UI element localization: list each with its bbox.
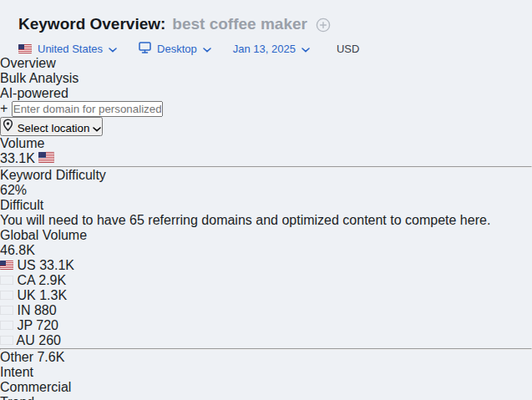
header: Keyword Overview: best coffee maker Unit… [0, 0, 532, 56]
us-flag-icon [18, 44, 32, 53]
select-location-button[interactable]: Select location [0, 117, 103, 136]
country-volume-row: IN 880 [0, 303, 532, 318]
kd-note: You will need to have 65 referring domai… [0, 213, 532, 228]
ca-flag-icon [0, 276, 13, 285]
country-volume-row: UK 1.3K [0, 288, 532, 303]
global-volume-label: Global Volume [0, 228, 532, 243]
country-volume-row: JP 720 [0, 318, 532, 333]
keyword-overview-page: Keyword Overview: best coffee maker Unit… [0, 0, 532, 400]
date-filter-label: Jan 13, 2025 [233, 43, 296, 55]
country-code-link[interactable]: JP [17, 318, 32, 332]
location-pin-icon [2, 122, 14, 134]
us-flag-icon [0, 261, 13, 270]
country-volume-value[interactable]: 720 [36, 318, 58, 332]
date-filter-dropdown[interactable]: Jan 13, 2025 [233, 43, 310, 55]
country-code-link[interactable]: CA [17, 273, 34, 287]
device-filter-label: Desktop [157, 43, 197, 55]
keyword-text: best coffee maker [172, 15, 307, 33]
other-label: Other [0, 350, 33, 364]
global-volume-card: Global Volume 46.8K US 33.1K CA 2.9K [0, 228, 532, 365]
kd-score: 62% Difficult [0, 183, 532, 213]
volume-value: 33.1K [0, 151, 35, 165]
country-code-link[interactable]: AU [17, 333, 35, 347]
chevron-down-icon [93, 122, 101, 134]
country-volume-row: CA 2.9K [0, 273, 532, 288]
uk-flag-icon [0, 291, 13, 300]
sparkle-plus-icon: + [0, 101, 8, 115]
location-filter-label: United States [38, 43, 103, 55]
other-volume-row: Other 7.6K [0, 350, 532, 365]
country-volume-list: US 33.1K CA 2.9K UK 1.3K [0, 258, 532, 365]
country-volume-value[interactable]: 880 [34, 303, 57, 317]
filter-row: United States Desktop Jan 13, 2025 USD [18, 42, 515, 56]
chevron-down-icon [203, 43, 211, 55]
country-volume-value: 33.1K [39, 258, 74, 272]
location-filter-dropdown[interactable]: United States [18, 43, 117, 55]
page-title: Keyword Overview: best coffee maker [18, 15, 515, 33]
kd-percent: 62% [0, 183, 532, 198]
country-code-link[interactable]: US [17, 258, 35, 272]
other-volume-value: 7.6K [37, 350, 64, 364]
volume-label: Volume [0, 136, 532, 151]
tab-bar: Overview Bulk Analysis [0, 56, 532, 86]
intent-label: Intent [0, 365, 532, 380]
in-flag-icon [0, 306, 13, 315]
select-location-label: Select location [18, 122, 90, 134]
chevron-down-icon [109, 43, 117, 55]
currency-label: USD [337, 43, 359, 55]
country-volume-value[interactable]: 2.9K [38, 273, 66, 287]
ai-domain-box: AI-powered + [0, 86, 532, 117]
country-volume-value[interactable]: 260 [38, 333, 61, 347]
country-volume-row: US 33.1K [0, 258, 532, 273]
volume-card: Volume 33.1K Keyword Difficulty 62% Diff… [0, 136, 532, 228]
kd-level: Difficult [0, 198, 532, 213]
global-volume-value: 46.8K [0, 243, 532, 258]
trend-label: Trend [0, 395, 532, 400]
chevron-down-icon [301, 43, 310, 55]
trend-card: Trend [0, 395, 532, 400]
au-flag-icon [0, 336, 13, 345]
intent-commercial-badge: Commercial [0, 380, 71, 394]
volume-value-row: 33.1K [0, 151, 532, 166]
jp-flag-icon [0, 321, 13, 330]
country-volume-value[interactable]: 1.3K [39, 288, 67, 302]
tab-bulk-analysis[interactable]: Bulk Analysis [0, 71, 532, 86]
intent-card: Intent Commercial [0, 365, 532, 395]
country-code-link[interactable]: IN [17, 303, 30, 317]
tab-overview[interactable]: Overview [0, 56, 532, 71]
desktop-icon [139, 42, 151, 56]
domain-input-wrap[interactable]: + [0, 101, 532, 117]
cards-row: Volume 33.1K Keyword Difficulty 62% Diff… [0, 136, 532, 400]
ai-toolbar: AI-powered + Select location [0, 86, 532, 136]
device-filter-dropdown[interactable]: Desktop [139, 42, 211, 56]
add-keyword-icon[interactable] [316, 18, 331, 33]
right-column: Intent Commercial Trend [0, 365, 532, 400]
ai-powered-badge: AI-powered [0, 86, 68, 100]
domain-input[interactable] [12, 101, 163, 117]
us-flag-icon [38, 152, 54, 163]
country-volume-row: AU 260 [0, 333, 532, 348]
country-code-link[interactable]: UK [17, 288, 35, 302]
page-title-label: Keyword Overview: [18, 15, 165, 33]
keyword-difficulty-label: Keyword Difficulty [0, 168, 532, 183]
keyword-difficulty-row: 62% Difficult [0, 183, 532, 213]
